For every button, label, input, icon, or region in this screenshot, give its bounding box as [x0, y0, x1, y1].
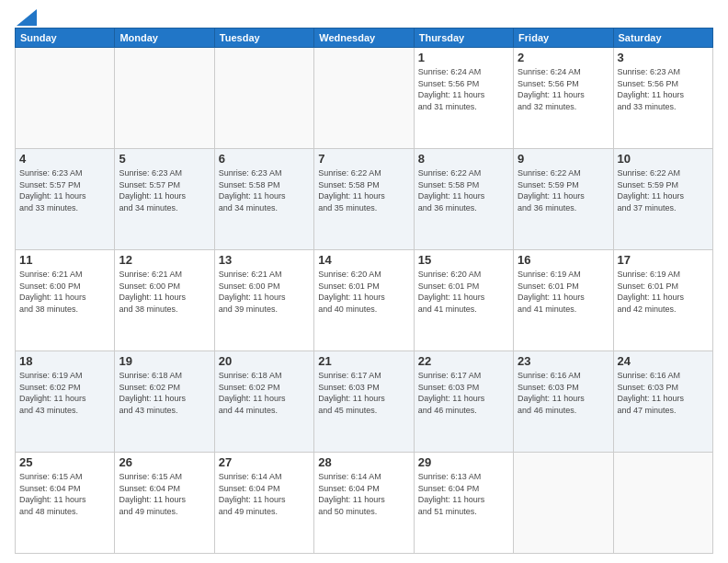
calendar-cell: 23Sunrise: 6:16 AM Sunset: 6:03 PM Dayli… — [514, 351, 613, 453]
calendar-cell: 12Sunrise: 6:21 AM Sunset: 6:00 PM Dayli… — [115, 250, 214, 351]
calendar-cell: 5Sunrise: 6:23 AM Sunset: 5:57 PM Daylig… — [115, 149, 214, 250]
day-number: 20 — [219, 354, 310, 368]
calendar-cell — [115, 48, 214, 149]
calendar-cell: 1Sunrise: 6:24 AM Sunset: 5:56 PM Daylig… — [414, 48, 513, 149]
calendar-cell — [613, 453, 712, 554]
calendar-cell: 27Sunrise: 6:14 AM Sunset: 6:04 PM Dayli… — [214, 453, 313, 554]
day-number: 8 — [418, 152, 509, 166]
weekday-header-wednesday: Wednesday — [314, 29, 414, 48]
weekday-header-tuesday: Tuesday — [214, 29, 313, 48]
calendar-cell: 24Sunrise: 6:16 AM Sunset: 6:03 PM Dayli… — [613, 351, 712, 453]
day-number: 3 — [618, 51, 709, 64]
calendar-cell: 13Sunrise: 6:21 AM Sunset: 6:00 PM Dayli… — [214, 250, 313, 351]
day-info: Sunrise: 6:19 AM Sunset: 6:01 PM Dayligh… — [518, 269, 609, 315]
day-info: Sunrise: 6:21 AM Sunset: 6:00 PM Dayligh… — [119, 269, 210, 315]
logo-brand — [15, 11, 37, 22]
calendar-cell: 25Sunrise: 6:15 AM Sunset: 6:04 PM Dayli… — [16, 453, 115, 554]
svg-marker-0 — [17, 9, 37, 26]
day-info: Sunrise: 6:22 AM Sunset: 5:58 PM Dayligh… — [418, 167, 509, 213]
day-info: Sunrise: 6:15 AM Sunset: 6:04 PM Dayligh… — [19, 471, 110, 517]
calendar-cell: 14Sunrise: 6:20 AM Sunset: 6:01 PM Dayli… — [314, 250, 414, 351]
day-info: Sunrise: 6:14 AM Sunset: 6:04 PM Dayligh… — [219, 471, 310, 517]
day-number: 19 — [119, 354, 210, 368]
day-number: 11 — [19, 253, 110, 267]
day-info: Sunrise: 6:19 AM Sunset: 6:02 PM Dayligh… — [19, 370, 110, 416]
logo-triangle-icon — [17, 9, 37, 26]
day-number: 10 — [618, 152, 709, 166]
day-info: Sunrise: 6:20 AM Sunset: 6:01 PM Dayligh… — [418, 269, 509, 315]
day-info: Sunrise: 6:22 AM Sunset: 5:59 PM Dayligh… — [518, 167, 609, 213]
weekday-header-sunday: Sunday — [16, 29, 115, 48]
weekday-header-friday: Friday — [514, 29, 613, 48]
day-number: 22 — [418, 354, 509, 368]
day-info: Sunrise: 6:18 AM Sunset: 6:02 PM Dayligh… — [219, 370, 310, 416]
day-number: 2 — [518, 51, 609, 64]
day-number: 16 — [518, 253, 609, 267]
calendar-table: SundayMondayTuesdayWednesdayThursdayFrid… — [15, 28, 713, 554]
calendar-week-row: 18Sunrise: 6:19 AM Sunset: 6:02 PM Dayli… — [16, 351, 713, 453]
day-number: 9 — [518, 152, 609, 166]
calendar-week-row: 1Sunrise: 6:24 AM Sunset: 5:56 PM Daylig… — [16, 48, 713, 149]
calendar-cell: 15Sunrise: 6:20 AM Sunset: 6:01 PM Dayli… — [414, 250, 513, 351]
calendar-week-row: 25Sunrise: 6:15 AM Sunset: 6:04 PM Dayli… — [16, 453, 713, 554]
calendar-cell: 11Sunrise: 6:21 AM Sunset: 6:00 PM Dayli… — [16, 250, 115, 351]
calendar-header-row: SundayMondayTuesdayWednesdayThursdayFrid… — [16, 29, 713, 48]
calendar-cell: 18Sunrise: 6:19 AM Sunset: 6:02 PM Dayli… — [16, 351, 115, 453]
weekday-header-thursday: Thursday — [414, 29, 513, 48]
day-number: 13 — [219, 253, 310, 267]
day-number: 24 — [618, 354, 709, 368]
calendar-cell: 26Sunrise: 6:15 AM Sunset: 6:04 PM Dayli… — [115, 453, 214, 554]
day-info: Sunrise: 6:23 AM Sunset: 5:58 PM Dayligh… — [219, 167, 310, 213]
calendar-week-row: 11Sunrise: 6:21 AM Sunset: 6:00 PM Dayli… — [16, 250, 713, 351]
calendar-cell: 2Sunrise: 6:24 AM Sunset: 5:56 PM Daylig… — [514, 48, 613, 149]
day-number: 27 — [219, 455, 310, 469]
day-info: Sunrise: 6:19 AM Sunset: 6:01 PM Dayligh… — [618, 269, 709, 315]
calendar-cell: 20Sunrise: 6:18 AM Sunset: 6:02 PM Dayli… — [214, 351, 313, 453]
day-info: Sunrise: 6:20 AM Sunset: 6:01 PM Dayligh… — [318, 269, 409, 315]
weekday-header-monday: Monday — [115, 29, 214, 48]
day-number: 5 — [119, 152, 210, 166]
calendar-cell: 16Sunrise: 6:19 AM Sunset: 6:01 PM Dayli… — [514, 250, 613, 351]
calendar-cell — [514, 453, 613, 554]
day-info: Sunrise: 6:24 AM Sunset: 5:56 PM Dayligh… — [418, 66, 509, 112]
day-info: Sunrise: 6:21 AM Sunset: 6:00 PM Dayligh… — [19, 269, 110, 315]
header — [15, 11, 713, 22]
day-number: 12 — [119, 253, 210, 267]
calendar-cell: 19Sunrise: 6:18 AM Sunset: 6:02 PM Dayli… — [115, 351, 214, 453]
calendar-cell: 3Sunrise: 6:23 AM Sunset: 5:56 PM Daylig… — [613, 48, 712, 149]
day-number: 14 — [318, 253, 409, 267]
calendar-cell: 28Sunrise: 6:14 AM Sunset: 6:04 PM Dayli… — [314, 453, 414, 554]
day-number: 18 — [19, 354, 110, 368]
day-number: 21 — [318, 354, 409, 368]
weekday-header-saturday: Saturday — [613, 29, 712, 48]
calendar-cell: 22Sunrise: 6:17 AM Sunset: 6:03 PM Dayli… — [414, 351, 513, 453]
day-number: 15 — [418, 253, 509, 267]
calendar-cell: 6Sunrise: 6:23 AM Sunset: 5:58 PM Daylig… — [214, 149, 313, 250]
day-number: 17 — [618, 253, 709, 267]
day-info: Sunrise: 6:16 AM Sunset: 6:03 PM Dayligh… — [618, 370, 709, 416]
day-info: Sunrise: 6:14 AM Sunset: 6:04 PM Dayligh… — [318, 471, 409, 517]
logo-top-row — [15, 11, 37, 26]
day-number: 23 — [518, 354, 609, 368]
day-info: Sunrise: 6:23 AM Sunset: 5:56 PM Dayligh… — [618, 66, 709, 112]
day-number: 7 — [318, 152, 409, 166]
calendar-cell: 17Sunrise: 6:19 AM Sunset: 6:01 PM Dayli… — [613, 250, 712, 351]
calendar-cell: 9Sunrise: 6:22 AM Sunset: 5:59 PM Daylig… — [514, 149, 613, 250]
day-number: 4 — [19, 152, 110, 166]
calendar-cell — [314, 48, 414, 149]
day-number: 28 — [318, 455, 409, 469]
calendar-cell: 10Sunrise: 6:22 AM Sunset: 5:59 PM Dayli… — [613, 149, 712, 250]
page: SundayMondayTuesdayWednesdayThursdayFrid… — [0, 0, 728, 563]
day-number: 6 — [219, 152, 310, 166]
day-number: 29 — [418, 455, 509, 469]
day-info: Sunrise: 6:21 AM Sunset: 6:00 PM Dayligh… — [219, 269, 310, 315]
day-info: Sunrise: 6:18 AM Sunset: 6:02 PM Dayligh… — [119, 370, 210, 416]
calendar-cell: 7Sunrise: 6:22 AM Sunset: 5:58 PM Daylig… — [314, 149, 414, 250]
day-info: Sunrise: 6:23 AM Sunset: 5:57 PM Dayligh… — [19, 167, 110, 213]
calendar-cell: 4Sunrise: 6:23 AM Sunset: 5:57 PM Daylig… — [16, 149, 115, 250]
calendar-cell: 29Sunrise: 6:13 AM Sunset: 6:04 PM Dayli… — [414, 453, 513, 554]
day-info: Sunrise: 6:17 AM Sunset: 6:03 PM Dayligh… — [418, 370, 509, 416]
day-number: 26 — [119, 455, 210, 469]
day-info: Sunrise: 6:23 AM Sunset: 5:57 PM Dayligh… — [119, 167, 210, 213]
day-info: Sunrise: 6:17 AM Sunset: 6:03 PM Dayligh… — [318, 370, 409, 416]
